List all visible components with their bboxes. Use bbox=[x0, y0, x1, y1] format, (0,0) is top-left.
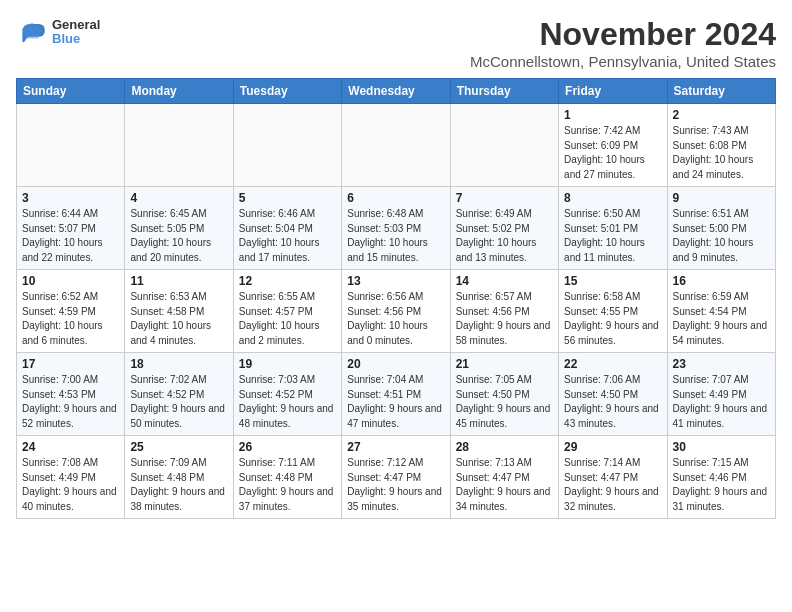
calendar-cell: 29Sunrise: 7:14 AM Sunset: 4:47 PM Dayli… bbox=[559, 436, 667, 519]
day-info: Sunrise: 6:59 AM Sunset: 4:54 PM Dayligh… bbox=[673, 290, 770, 348]
day-info: Sunrise: 6:49 AM Sunset: 5:02 PM Dayligh… bbox=[456, 207, 553, 265]
calendar-cell: 22Sunrise: 7:06 AM Sunset: 4:50 PM Dayli… bbox=[559, 353, 667, 436]
calendar-cell: 3Sunrise: 6:44 AM Sunset: 5:07 PM Daylig… bbox=[17, 187, 125, 270]
calendar-week-row: 3Sunrise: 6:44 AM Sunset: 5:07 PM Daylig… bbox=[17, 187, 776, 270]
calendar-body: 1Sunrise: 7:42 AM Sunset: 6:09 PM Daylig… bbox=[17, 104, 776, 519]
day-number: 6 bbox=[347, 191, 444, 205]
calendar-cell: 5Sunrise: 6:46 AM Sunset: 5:04 PM Daylig… bbox=[233, 187, 341, 270]
day-number: 9 bbox=[673, 191, 770, 205]
day-info: Sunrise: 6:51 AM Sunset: 5:00 PM Dayligh… bbox=[673, 207, 770, 265]
calendar-cell: 12Sunrise: 6:55 AM Sunset: 4:57 PM Dayli… bbox=[233, 270, 341, 353]
logo-text: General Blue bbox=[52, 18, 100, 47]
day-info: Sunrise: 7:14 AM Sunset: 4:47 PM Dayligh… bbox=[564, 456, 661, 514]
day-info: Sunrise: 7:03 AM Sunset: 4:52 PM Dayligh… bbox=[239, 373, 336, 431]
location: McConnellstown, Pennsylvania, United Sta… bbox=[470, 53, 776, 70]
day-info: Sunrise: 7:07 AM Sunset: 4:49 PM Dayligh… bbox=[673, 373, 770, 431]
calendar-cell: 7Sunrise: 6:49 AM Sunset: 5:02 PM Daylig… bbox=[450, 187, 558, 270]
calendar-cell: 18Sunrise: 7:02 AM Sunset: 4:52 PM Dayli… bbox=[125, 353, 233, 436]
day-number: 29 bbox=[564, 440, 661, 454]
day-info: Sunrise: 7:02 AM Sunset: 4:52 PM Dayligh… bbox=[130, 373, 227, 431]
calendar-cell bbox=[342, 104, 450, 187]
calendar-cell: 30Sunrise: 7:15 AM Sunset: 4:46 PM Dayli… bbox=[667, 436, 775, 519]
calendar-cell: 9Sunrise: 6:51 AM Sunset: 5:00 PM Daylig… bbox=[667, 187, 775, 270]
day-info: Sunrise: 7:09 AM Sunset: 4:48 PM Dayligh… bbox=[130, 456, 227, 514]
day-number: 7 bbox=[456, 191, 553, 205]
day-info: Sunrise: 6:56 AM Sunset: 4:56 PM Dayligh… bbox=[347, 290, 444, 348]
calendar-cell: 24Sunrise: 7:08 AM Sunset: 4:49 PM Dayli… bbox=[17, 436, 125, 519]
day-info: Sunrise: 7:42 AM Sunset: 6:09 PM Dayligh… bbox=[564, 124, 661, 182]
day-number: 22 bbox=[564, 357, 661, 371]
day-number: 12 bbox=[239, 274, 336, 288]
day-number: 14 bbox=[456, 274, 553, 288]
day-number: 15 bbox=[564, 274, 661, 288]
month-title: November 2024 bbox=[470, 16, 776, 53]
calendar-cell: 25Sunrise: 7:09 AM Sunset: 4:48 PM Dayli… bbox=[125, 436, 233, 519]
day-info: Sunrise: 7:12 AM Sunset: 4:47 PM Dayligh… bbox=[347, 456, 444, 514]
day-number: 8 bbox=[564, 191, 661, 205]
calendar-week-row: 24Sunrise: 7:08 AM Sunset: 4:49 PM Dayli… bbox=[17, 436, 776, 519]
calendar-cell: 2Sunrise: 7:43 AM Sunset: 6:08 PM Daylig… bbox=[667, 104, 775, 187]
day-number: 23 bbox=[673, 357, 770, 371]
day-number: 11 bbox=[130, 274, 227, 288]
calendar-week-row: 17Sunrise: 7:00 AM Sunset: 4:53 PM Dayli… bbox=[17, 353, 776, 436]
calendar-cell: 10Sunrise: 6:52 AM Sunset: 4:59 PM Dayli… bbox=[17, 270, 125, 353]
calendar-cell: 6Sunrise: 6:48 AM Sunset: 5:03 PM Daylig… bbox=[342, 187, 450, 270]
calendar-week-row: 1Sunrise: 7:42 AM Sunset: 6:09 PM Daylig… bbox=[17, 104, 776, 187]
logo-line1: General bbox=[52, 18, 100, 32]
day-info: Sunrise: 6:55 AM Sunset: 4:57 PM Dayligh… bbox=[239, 290, 336, 348]
calendar-cell: 20Sunrise: 7:04 AM Sunset: 4:51 PM Dayli… bbox=[342, 353, 450, 436]
page-header: General Blue November 2024 McConnellstow… bbox=[16, 16, 776, 70]
day-number: 10 bbox=[22, 274, 119, 288]
calendar-cell: 16Sunrise: 6:59 AM Sunset: 4:54 PM Dayli… bbox=[667, 270, 775, 353]
day-number: 28 bbox=[456, 440, 553, 454]
day-info: Sunrise: 7:11 AM Sunset: 4:48 PM Dayligh… bbox=[239, 456, 336, 514]
day-info: Sunrise: 6:48 AM Sunset: 5:03 PM Dayligh… bbox=[347, 207, 444, 265]
calendar-cell bbox=[233, 104, 341, 187]
day-number: 20 bbox=[347, 357, 444, 371]
day-number: 19 bbox=[239, 357, 336, 371]
calendar-cell: 21Sunrise: 7:05 AM Sunset: 4:50 PM Dayli… bbox=[450, 353, 558, 436]
day-info: Sunrise: 7:00 AM Sunset: 4:53 PM Dayligh… bbox=[22, 373, 119, 431]
day-of-week-header: Saturday bbox=[667, 79, 775, 104]
day-info: Sunrise: 6:57 AM Sunset: 4:56 PM Dayligh… bbox=[456, 290, 553, 348]
day-number: 3 bbox=[22, 191, 119, 205]
day-info: Sunrise: 7:05 AM Sunset: 4:50 PM Dayligh… bbox=[456, 373, 553, 431]
day-of-week-header: Wednesday bbox=[342, 79, 450, 104]
calendar-cell: 19Sunrise: 7:03 AM Sunset: 4:52 PM Dayli… bbox=[233, 353, 341, 436]
day-info: Sunrise: 6:45 AM Sunset: 5:05 PM Dayligh… bbox=[130, 207, 227, 265]
day-info: Sunrise: 7:43 AM Sunset: 6:08 PM Dayligh… bbox=[673, 124, 770, 182]
calendar-cell: 14Sunrise: 6:57 AM Sunset: 4:56 PM Dayli… bbox=[450, 270, 558, 353]
calendar-cell: 4Sunrise: 6:45 AM Sunset: 5:05 PM Daylig… bbox=[125, 187, 233, 270]
day-number: 17 bbox=[22, 357, 119, 371]
day-info: Sunrise: 6:44 AM Sunset: 5:07 PM Dayligh… bbox=[22, 207, 119, 265]
day-info: Sunrise: 6:50 AM Sunset: 5:01 PM Dayligh… bbox=[564, 207, 661, 265]
day-number: 24 bbox=[22, 440, 119, 454]
day-info: Sunrise: 7:06 AM Sunset: 4:50 PM Dayligh… bbox=[564, 373, 661, 431]
day-number: 21 bbox=[456, 357, 553, 371]
day-of-week-header: Friday bbox=[559, 79, 667, 104]
day-number: 18 bbox=[130, 357, 227, 371]
day-number: 30 bbox=[673, 440, 770, 454]
calendar-cell: 17Sunrise: 7:00 AM Sunset: 4:53 PM Dayli… bbox=[17, 353, 125, 436]
calendar-table: SundayMondayTuesdayWednesdayThursdayFrid… bbox=[16, 78, 776, 519]
calendar-cell: 26Sunrise: 7:11 AM Sunset: 4:48 PM Dayli… bbox=[233, 436, 341, 519]
day-of-week-header: Thursday bbox=[450, 79, 558, 104]
calendar-cell: 15Sunrise: 6:58 AM Sunset: 4:55 PM Dayli… bbox=[559, 270, 667, 353]
day-info: Sunrise: 6:46 AM Sunset: 5:04 PM Dayligh… bbox=[239, 207, 336, 265]
calendar-cell: 11Sunrise: 6:53 AM Sunset: 4:58 PM Dayli… bbox=[125, 270, 233, 353]
day-number: 5 bbox=[239, 191, 336, 205]
day-of-week-header: Tuesday bbox=[233, 79, 341, 104]
day-number: 2 bbox=[673, 108, 770, 122]
day-number: 16 bbox=[673, 274, 770, 288]
day-info: Sunrise: 7:04 AM Sunset: 4:51 PM Dayligh… bbox=[347, 373, 444, 431]
day-info: Sunrise: 6:52 AM Sunset: 4:59 PM Dayligh… bbox=[22, 290, 119, 348]
calendar-cell: 8Sunrise: 6:50 AM Sunset: 5:01 PM Daylig… bbox=[559, 187, 667, 270]
day-number: 4 bbox=[130, 191, 227, 205]
calendar-cell bbox=[17, 104, 125, 187]
calendar-cell: 28Sunrise: 7:13 AM Sunset: 4:47 PM Dayli… bbox=[450, 436, 558, 519]
day-number: 13 bbox=[347, 274, 444, 288]
day-number: 26 bbox=[239, 440, 336, 454]
calendar-header: SundayMondayTuesdayWednesdayThursdayFrid… bbox=[17, 79, 776, 104]
calendar-cell: 27Sunrise: 7:12 AM Sunset: 4:47 PM Dayli… bbox=[342, 436, 450, 519]
day-info: Sunrise: 6:53 AM Sunset: 4:58 PM Dayligh… bbox=[130, 290, 227, 348]
